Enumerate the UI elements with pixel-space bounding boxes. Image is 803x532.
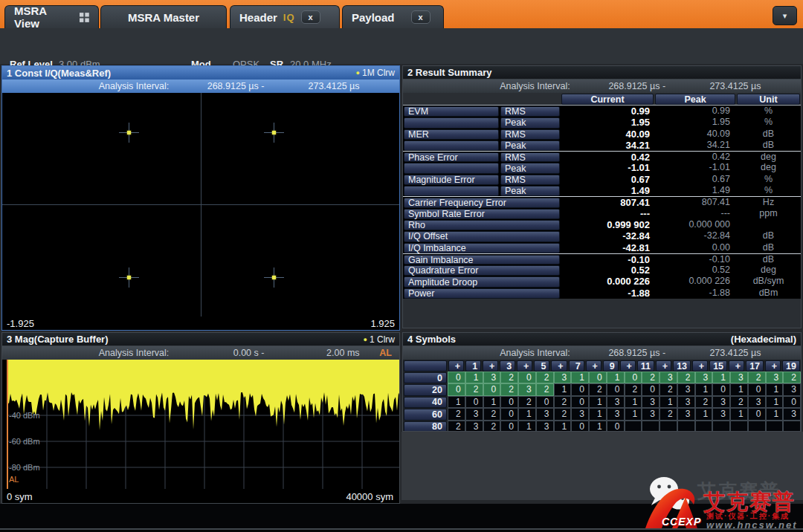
result-current-value: 0.000 226	[561, 276, 654, 287]
result-peak-value: -1.88	[654, 288, 736, 299]
symbol-cell	[748, 421, 766, 432]
result-row: Power-1.88-1.88dBm	[403, 288, 801, 299]
symbol-cell: 1	[730, 383, 748, 395]
symbol-cell	[730, 421, 748, 432]
symbol-cell: 3	[783, 383, 801, 395]
result-current-value: -42.81	[561, 242, 654, 253]
symbol-cell: 3	[677, 383, 695, 395]
result-row: Quadrature Error0.520.52deg	[403, 265, 801, 276]
window4-titlebar[interactable]: 4 Symbols (Hexadecimal)	[403, 333, 801, 346]
result-row-label: Peak	[403, 185, 561, 196]
symbol-cell	[677, 421, 695, 432]
result-row-label: Amplitude Droop	[403, 276, 561, 287]
tab-msra-master[interactable]: MSRA Master	[100, 5, 227, 28]
symbol-cell: 1	[607, 372, 625, 383]
symbol-cell: 3	[766, 372, 784, 383]
y-label-40dbm: -40 dBm	[9, 411, 40, 420]
result-row: Peak34.2134.21dB	[403, 140, 801, 151]
close-icon[interactable]: x	[411, 10, 430, 24]
analysis-interval-to: 273.4125 µs	[264, 81, 359, 91]
result-table-header: Current Peak Unit	[403, 93, 801, 106]
result-param-name: MER	[404, 129, 499, 140]
symbols-column-header: +	[656, 360, 671, 372]
window4-analysis-bar: Analysis Interval: 268.9125 µs - 273.412…	[403, 346, 801, 360]
window-magnitude[interactable]: 3 Mag(Capture Buffer) ● 1 Clrw Analysis …	[1, 332, 400, 504]
symbol-cell: 3	[783, 408, 801, 420]
window3-titlebar[interactable]: 3 Mag(Capture Buffer) ● 1 Clrw	[2, 333, 399, 346]
result-current-value: 1.49	[561, 185, 654, 196]
result-param-stat: Peak	[500, 140, 560, 151]
analysis-line-label: AL	[9, 475, 19, 484]
channel-settings-bar[interactable]: Ref Level 3.00 dBm Mod QPSK SR 20.0 MHz …	[0, 28, 803, 64]
symbols-row: 6023201323131323131013	[403, 408, 801, 420]
symbol-cell: 2	[448, 421, 465, 432]
result-row-label: Peak	[403, 162, 561, 173]
top-tab-bar: MSRA View MSRA Master Header IQ x Payloa…	[0, 0, 803, 28]
result-peak-value: 0.99	[654, 106, 736, 117]
analysis-interval-from: 268.9125 µs -	[570, 348, 665, 358]
tab-header[interactable]: Header IQ x	[230, 5, 340, 28]
constellation-plot[interactable]	[2, 93, 399, 317]
result-current-value: 0.999 902	[561, 219, 654, 230]
tab-payload[interactable]: Payload x	[342, 5, 444, 28]
symbols-column-header: 7	[569, 360, 584, 372]
symbols-column-header: 1	[465, 360, 481, 372]
analysis-interval-label: Analysis Interval:	[403, 348, 570, 358]
symbols-row-label: 40	[404, 397, 447, 408]
symbols-table-body: 0013202310102323132322002023210202023101…	[403, 372, 801, 432]
dropdown-button[interactable]: ▾	[773, 6, 797, 25]
symbol-cell: 0	[536, 396, 554, 408]
result-peak-value: -32.84	[654, 230, 736, 241]
symbol-cell: 1	[483, 396, 501, 408]
window1-titlebar[interactable]: 1 Const I/Q(Meas&Ref) ● 1M Clrw	[2, 66, 399, 80]
symbols-column-header: +	[729, 360, 744, 372]
symbols-column-header: +	[517, 360, 532, 372]
magnitude-x-labels: 0 sym 40000 sym	[2, 489, 399, 504]
result-row-label: Carrier Frequency Error	[403, 197, 561, 207]
symbol-cell: 0	[642, 383, 660, 395]
result-current-value: 0.52	[561, 265, 654, 276]
symbols-row: 802320131010	[403, 421, 801, 432]
result-unit: dB	[736, 129, 801, 140]
close-icon[interactable]: x	[301, 10, 320, 24]
window-symbols[interactable]: 4 Symbols (Hexadecimal) Analysis Interva…	[402, 332, 802, 432]
result-peak-value: 0.42	[654, 152, 736, 162]
result-row-label: MERRMS	[403, 129, 561, 140]
symbol-cell: 2	[500, 372, 518, 383]
symbols-column-header: 11	[637, 360, 654, 372]
result-row-label: Power	[403, 288, 561, 299]
window-result-summary[interactable]: 2 Result Summary Analysis Interval: 268.…	[402, 65, 802, 328]
symbols-column-header: +	[448, 360, 464, 372]
brand-en: CCEXP	[662, 516, 701, 528]
magnitude-plot[interactable]: -40 dBm -60 dBm -80 dBm AL	[2, 360, 399, 489]
result-peak-value: 1.49	[654, 185, 736, 196]
tab-label: Header	[239, 11, 277, 24]
result-param-name: Amplitude Droop	[404, 276, 560, 287]
result-unit: %	[736, 106, 801, 117]
window2-titlebar[interactable]: 2 Result Summary	[403, 66, 801, 80]
window-constellation[interactable]: 1 Const I/Q(Meas&Ref) ● 1M Clrw Analysis…	[1, 65, 400, 331]
symbol-cell: 3	[518, 383, 536, 395]
tab-msra-view[interactable]: MSRA View	[4, 5, 99, 28]
symbol-cell: 0	[712, 383, 730, 395]
y-label-80dbm: -80 dBm	[9, 463, 40, 472]
analysis-interval-from: 268.9125 µs -	[169, 81, 264, 91]
symbol-cell: 2	[554, 396, 572, 408]
result-current-value: 807.41	[561, 197, 654, 207]
result-param-name: I/Q Imbalance	[404, 243, 560, 253]
result-peak-value: 807.41	[654, 197, 736, 207]
symbol-cell: 0	[748, 408, 766, 420]
analysis-interval-label: Analysis Interval:	[2, 81, 169, 91]
result-row: Peak1.491.49%	[403, 185, 801, 196]
result-peak-value: -0.10	[654, 254, 736, 265]
grid-icon	[80, 13, 89, 22]
symbol-cell: 3	[712, 396, 730, 408]
iq-badge: IQ	[283, 12, 295, 23]
analysis-interval-label: Analysis Interval:	[403, 81, 570, 91]
symbol-cell	[783, 421, 801, 432]
result-unit: %	[736, 185, 801, 196]
result-row: Gain Imbalance-0.10-0.10dB	[403, 253, 801, 265]
result-row-label: Magnitude ErrorRMS	[403, 174, 561, 185]
symbol-cell: 2	[695, 396, 713, 408]
symbols-column-header: 5	[534, 360, 549, 372]
